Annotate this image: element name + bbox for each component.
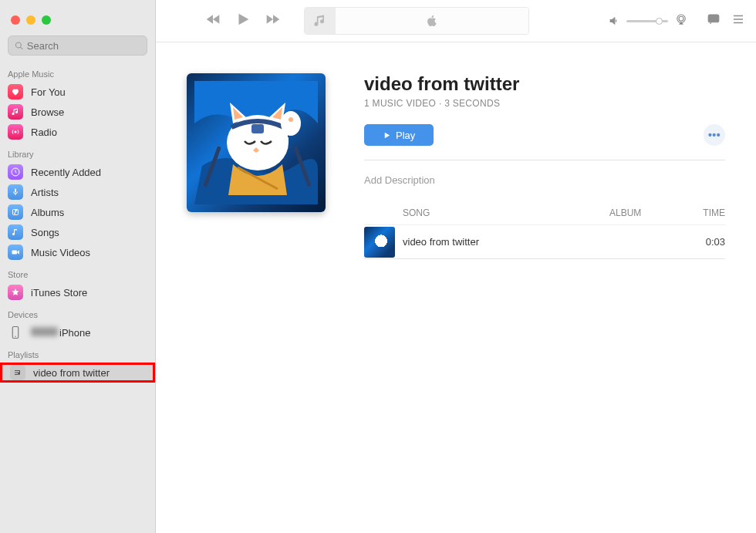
ellipsis-icon: ••• [708, 129, 721, 141]
track-title: video from twitter [403, 236, 609, 248]
playback-controls [205, 11, 281, 31]
section-playlists: Playlists [0, 342, 155, 363]
sidebar-label: iTunes Store [31, 287, 87, 299]
apple-logo-icon [336, 8, 528, 34]
separator [364, 258, 725, 259]
playlist-artwork [187, 73, 326, 212]
play-button[interactable]: Play [364, 124, 434, 146]
search-box[interactable] [8, 35, 147, 56]
play-button-label: Play [396, 130, 415, 141]
svg-point-8 [677, 15, 686, 23]
airplay-button[interactable] [674, 12, 688, 29]
sidebar-item-browse[interactable]: Browse [0, 102, 155, 122]
sidebar: Apple Music For You Browse Radio Library… [0, 0, 156, 533]
device-name-blurred [31, 327, 59, 339]
svg-point-0 [15, 131, 17, 133]
queue-button[interactable] [731, 12, 745, 29]
note-icon [8, 224, 23, 240]
next-button[interactable] [265, 12, 281, 30]
svg-point-13 [281, 111, 301, 136]
sidebar-item-recent[interactable]: Recently Added [0, 162, 155, 182]
volume-slider[interactable] [626, 20, 668, 22]
column-album[interactable]: ALBUM [609, 207, 687, 218]
sidebar-item-artists[interactable]: Artists [0, 182, 155, 202]
music-icon [305, 8, 336, 34]
minimize-window[interactable] [26, 15, 35, 25]
sidebar-label: Radio [31, 127, 57, 138]
sidebar-item-videos[interactable]: Music Videos [0, 242, 155, 262]
play-pause-button[interactable] [235, 11, 251, 31]
sidebar-item-device[interactable]: iPhone [0, 322, 155, 342]
sidebar-label: Artists [31, 187, 59, 198]
toolbar [156, 0, 756, 42]
svg-rect-12 [251, 124, 264, 133]
svg-point-9 [679, 16, 683, 21]
now-playing-lcd[interactable] [304, 7, 529, 35]
sidebar-item-itunes-store[interactable]: iTunes Store [0, 282, 155, 302]
sidebar-item-radio[interactable]: Radio [0, 122, 155, 142]
search-icon [15, 41, 24, 51]
track-duration: 0:03 [687, 236, 725, 248]
sidebar-label: Songs [31, 227, 59, 238]
separator [364, 160, 725, 160]
svg-point-14 [289, 117, 293, 122]
star-icon [8, 285, 23, 300]
zoom-window[interactable] [42, 15, 51, 25]
playlist-title: video from twitter [364, 73, 725, 95]
playlist-icon [10, 365, 25, 380]
play-icon [383, 131, 391, 140]
music-note-icon [8, 104, 23, 120]
lyrics-button[interactable] [707, 12, 721, 29]
svg-rect-10 [708, 15, 719, 22]
sidebar-item-playlist-active[interactable]: video from twitter [0, 363, 155, 383]
table-header: SONG ALBUM TIME [364, 207, 725, 224]
section-apple-music: Apple Music [0, 62, 155, 82]
window-controls [0, 0, 155, 35]
album-icon [8, 204, 23, 220]
video-icon [8, 245, 23, 260]
svg-point-7 [15, 336, 16, 338]
sidebar-label: Albums [31, 207, 64, 218]
cat-artwork-illustration [194, 81, 318, 204]
section-store: Store [0, 262, 155, 282]
radio-icon [8, 124, 23, 140]
sidebar-label: Music Videos [31, 247, 90, 258]
more-options-button[interactable]: ••• [704, 124, 725, 146]
svg-point-4 [14, 213, 15, 214]
svg-rect-5 [12, 251, 18, 255]
track-table: SONG ALBUM TIME video from twitter 0:03 [364, 207, 725, 259]
heart-icon [8, 84, 23, 100]
sidebar-label: Browse [31, 106, 64, 118]
add-description[interactable]: Add Description [364, 174, 725, 186]
sidebar-item-foryou[interactable]: For You [0, 82, 155, 102]
track-artwork [364, 227, 395, 258]
main-panel: video from twitter 1 MUSIC VIDEO · 3 SEC… [156, 0, 756, 533]
svg-rect-2 [15, 189, 16, 193]
previous-button[interactable] [205, 12, 221, 30]
mic-icon [8, 184, 23, 200]
sidebar-label: For You [31, 86, 66, 98]
section-devices: Devices [0, 302, 155, 322]
table-row[interactable]: video from twitter 0:03 [364, 224, 725, 258]
sidebar-label: Recently Added [31, 167, 101, 178]
sidebar-label: iPhone [59, 327, 90, 339]
column-song[interactable]: SONG [403, 207, 609, 218]
clock-icon [8, 164, 23, 180]
sidebar-item-songs[interactable]: Songs [0, 222, 155, 242]
search-input[interactable] [27, 40, 140, 52]
sidebar-label: video from twitter [33, 367, 110, 379]
section-library: Library [0, 142, 155, 162]
phone-icon [8, 325, 23, 340]
playlist-subtitle: 1 MUSIC VIDEO · 3 SECONDS [364, 98, 725, 109]
close-window[interactable] [11, 15, 20, 25]
sidebar-item-albums[interactable]: Albums [0, 202, 155, 222]
volume-icon [608, 15, 620, 27]
column-time[interactable]: TIME [687, 207, 725, 218]
volume-controls [608, 12, 688, 29]
